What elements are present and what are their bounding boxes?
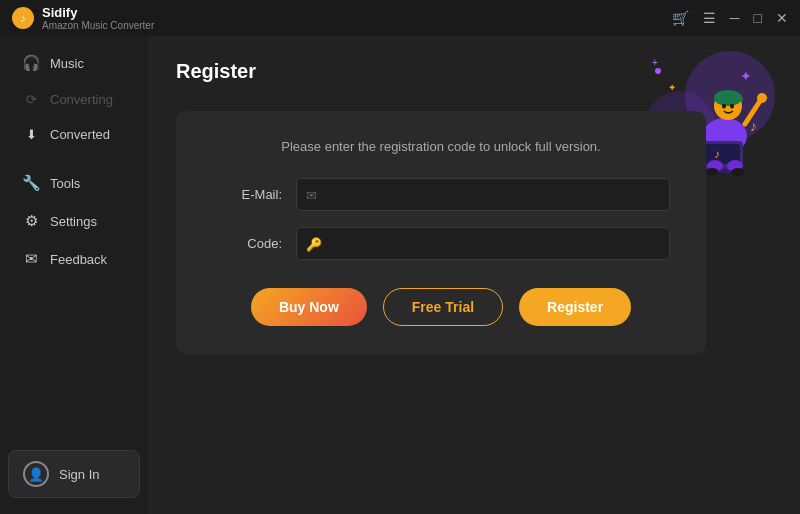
app-logo: ♪ [12,7,34,29]
email-row: E-Mail: ✉ [212,178,670,211]
svg-point-11 [730,104,734,109]
svg-rect-9 [715,97,743,101]
register-card: Please enter the registration code to un… [176,111,706,354]
settings-icon: ⚙ [22,212,40,230]
code-label: Code: [212,236,282,251]
svg-text:♪: ♪ [714,147,720,161]
sidebar-item-converted[interactable]: ⬇ Converted [6,118,142,151]
email-icon: ✉ [306,187,317,202]
sidebar-label-converting: Converting [50,92,113,107]
svg-point-21 [705,168,719,176]
free-trial-button[interactable]: Free Trial [383,288,503,326]
menu-icon[interactable]: ☰ [703,10,716,26]
email-input-wrapper: ✉ [296,178,670,211]
code-input[interactable] [296,227,670,260]
svg-text:✦: ✦ [668,82,676,93]
feedback-icon: ✉ [22,250,40,268]
sidebar-label-music: Music [50,56,84,71]
converted-icon: ⬇ [22,127,40,142]
sidebar-item-tools[interactable]: 🔧 Tools [6,165,142,201]
register-button[interactable]: Register [519,288,631,326]
action-row: Buy Now Free Trial Register [212,288,670,326]
svg-point-10 [722,104,726,109]
sidebar-label-settings: Settings [50,214,97,229]
svg-point-22 [731,168,745,176]
titlebar: ♪ Sidify Amazon Music Converter 🛒 ☰ ─ □ … [0,0,800,36]
main-layout: 🎧 Music ⟳ Converting ⬇ Converted 🔧 Tools… [0,36,800,514]
code-row: Code: 🔑 [212,227,670,260]
sidebar-label-tools: Tools [50,176,80,191]
svg-point-13 [757,93,767,103]
close-button[interactable]: ✕ [776,10,788,26]
sidebar-item-feedback[interactable]: ✉ Feedback [6,241,142,277]
register-description: Please enter the registration code to un… [212,139,670,154]
svg-text:♪: ♪ [750,118,757,134]
sidebar: 🎧 Music ⟳ Converting ⬇ Converted 🔧 Tools… [0,36,148,514]
key-icon: 🔑 [306,236,322,251]
buy-now-button[interactable]: Buy Now [251,288,367,326]
app-subtitle: Amazon Music Converter [42,20,154,31]
sidebar-label-converted: Converted [50,127,110,142]
maximize-button[interactable]: □ [754,10,762,26]
email-label: E-Mail: [212,187,282,202]
music-icon: 🎧 [22,54,40,72]
user-icon: 👤 [23,461,49,487]
page-title: Register [176,60,772,83]
converting-icon: ⟳ [22,92,40,107]
app-name: Sidify [42,5,154,20]
sidebar-item-music[interactable]: 🎧 Music [6,45,142,81]
cart-icon[interactable]: 🛒 [672,10,689,26]
minimize-button[interactable]: ─ [730,10,740,26]
titlebar-left: ♪ Sidify Amazon Music Converter [12,5,154,31]
sidebar-item-settings[interactable]: ⚙ Settings [6,203,142,239]
signin-button[interactable]: 👤 Sign In [8,450,140,498]
code-input-wrapper: 🔑 [296,227,670,260]
sidebar-item-converting: ⟳ Converting [6,83,142,116]
content-area: ✦ + ♪ [148,36,800,514]
tools-icon: 🔧 [22,174,40,192]
titlebar-controls: 🛒 ☰ ─ □ ✕ [672,10,788,26]
email-input[interactable] [296,178,670,211]
app-info: Sidify Amazon Music Converter [42,5,154,31]
sidebar-label-feedback: Feedback [50,252,107,267]
signin-label: Sign In [59,467,99,482]
